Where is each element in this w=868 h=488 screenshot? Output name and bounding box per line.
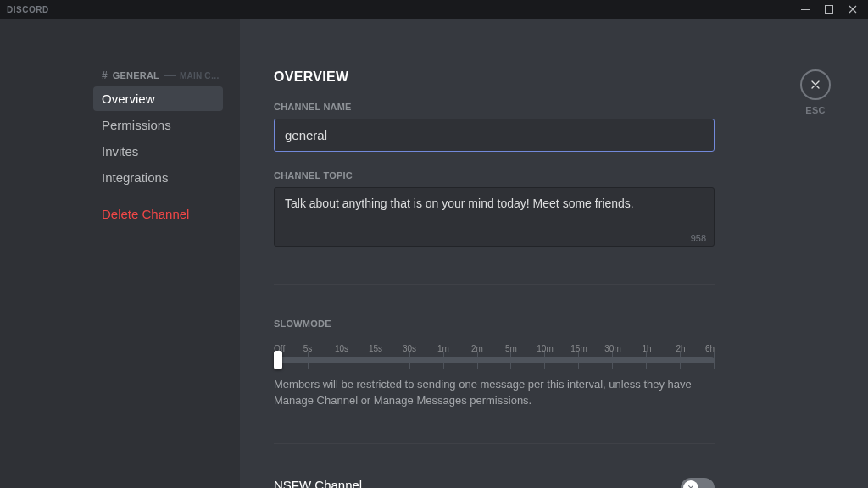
sidebar-item-permissions[interactable]: Permissions <box>93 113 223 137</box>
slowmode-tick <box>680 352 681 369</box>
svg-rect-1 <box>826 6 833 14</box>
slowmode-label: SLOWMODE <box>274 319 715 329</box>
channel-name-input[interactable] <box>274 119 715 152</box>
sidebar-item-overview[interactable]: Overview <box>93 86 223 111</box>
slowmode-tick <box>409 352 410 369</box>
slowmode-tick <box>342 352 342 369</box>
nsfw-title: NSFW Channel <box>274 478 647 488</box>
section-divider <box>274 284 715 285</box>
x-icon <box>686 483 696 488</box>
close-button[interactable] <box>800 69 831 100</box>
window-maximize-button[interactable] <box>817 0 841 19</box>
sidebar-item-integrations[interactable]: Integrations <box>93 165 223 190</box>
channel-topic-input[interactable] <box>274 187 715 247</box>
channel-name-label: CHANNEL NAME <box>274 102 715 112</box>
slowmode-slider[interactable] <box>274 357 715 363</box>
slowmode-tick <box>510 352 511 369</box>
window-close-button[interactable] <box>841 0 865 19</box>
app-brand: DISCORD <box>7 5 49 14</box>
slowmode-tick <box>714 352 715 369</box>
slowmode-tick <box>376 352 376 369</box>
nsfw-toggle[interactable] <box>681 478 715 488</box>
sidebar-item-invites[interactable]: Invites <box>93 139 223 164</box>
svg-rect-0 <box>801 9 810 10</box>
channel-topic-label: CHANNEL TOPIC <box>274 170 715 180</box>
close-label: ESC <box>800 105 831 115</box>
close-icon <box>809 78 822 92</box>
slowmode-hint: Members will be restricted to sending on… <box>274 377 715 409</box>
sidebar-item-delete-channel[interactable]: Delete Channel <box>93 202 223 226</box>
slowmode-tick <box>646 352 647 369</box>
breadcrumb: # GENERAL MAIN CHAN... <box>102 69 223 81</box>
section-divider <box>274 443 715 444</box>
slowmode-tick-label: 6h <box>698 344 715 353</box>
breadcrumb-channel: GENERAL <box>113 70 159 80</box>
slowmode-tick <box>477 352 478 369</box>
window-minimize-button[interactable] <box>793 0 817 19</box>
page-title: OVERVIEW <box>274 69 715 85</box>
slowmode-tick <box>612 352 613 369</box>
breadcrumb-category: MAIN CHAN... <box>164 71 223 80</box>
slowmode-tick <box>578 352 579 369</box>
slowmode-tick <box>308 352 309 369</box>
hash-icon: # <box>102 69 108 81</box>
channel-topic-chars-left: 958 <box>691 233 706 243</box>
slowmode-tick <box>544 352 545 369</box>
slowmode-slider-thumb[interactable] <box>274 351 282 369</box>
slowmode-tick <box>443 352 444 369</box>
